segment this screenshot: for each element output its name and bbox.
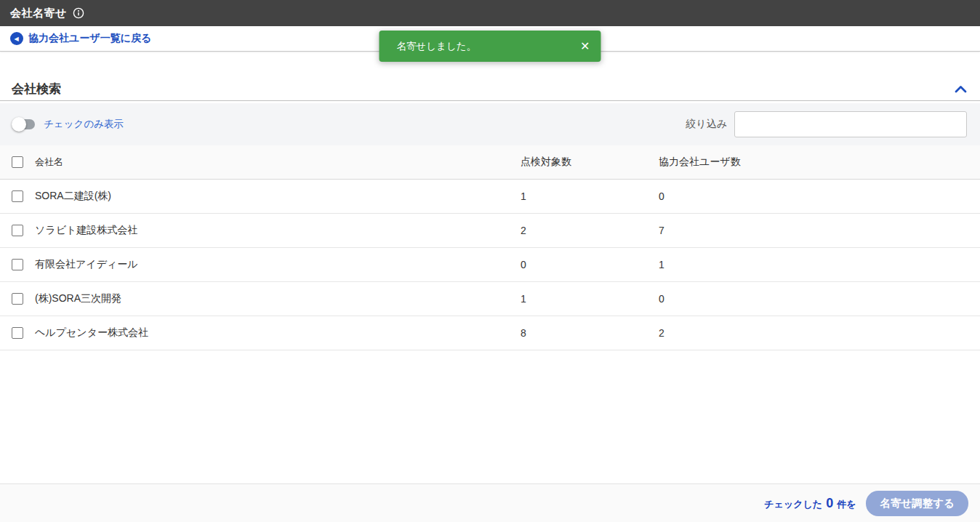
checked-prefix: チェックした: [764, 498, 822, 511]
partner-user-count: 0: [659, 190, 980, 202]
chevron-up-icon[interactable]: [953, 84, 968, 95]
table-row: ヘルプセンター株式会社 8 2: [0, 316, 980, 350]
app-header: 会社名寄せ: [0, 0, 980, 26]
inspection-count: 1: [521, 293, 659, 305]
checked-summary: チェックした 0 件を: [764, 496, 856, 511]
merge-adjust-button[interactable]: 名寄せ調整する: [866, 491, 968, 516]
inspection-count: 0: [521, 259, 659, 270]
table-row: SORA二建設(株) 1 0: [0, 180, 980, 214]
company-search-section-header: 会社検索: [0, 78, 980, 101]
toast-message: 名寄せしました。: [397, 40, 477, 53]
row-checkbox[interactable]: [12, 190, 23, 202]
row-checkbox[interactable]: [12, 225, 23, 236]
checked-only-toggle[interactable]: チェックのみ表示: [12, 117, 124, 132]
info-icon[interactable]: [73, 7, 84, 19]
back-to-partner-user-list-link[interactable]: ◀ 協力会社ユーザ一覧に戻る: [10, 32, 151, 45]
section-title: 会社検索: [12, 81, 61, 97]
back-arrow-icon: ◀: [10, 32, 23, 45]
company-name: SORA二建設(株): [35, 190, 521, 203]
table-row: (株)SORA三次開発 1 0: [0, 282, 980, 316]
column-header-company-name: 会社名: [35, 156, 521, 169]
footer-action-bar: チェックした 0 件を 名寄せ調整する: [0, 483, 980, 522]
partner-user-count: 1: [659, 259, 980, 270]
table-header-row: 会社名 点検対象数 協力会社ユーザ数: [0, 145, 980, 180]
checked-suffix: 件を: [837, 498, 856, 511]
company-name: (株)SORA三次開発: [35, 292, 521, 305]
checked-count: 0: [826, 496, 833, 511]
filter-group: 絞り込み: [686, 111, 967, 137]
table-row: ソラビト建設株式会社 2 7: [0, 214, 980, 248]
filter-input[interactable]: [734, 111, 967, 137]
company-table: 会社名 点検対象数 協力会社ユーザ数 SORA二建設(株) 1 0 ソラビト建設…: [0, 145, 980, 350]
select-all-checkbox[interactable]: [12, 156, 23, 168]
row-checkbox[interactable]: [12, 259, 23, 270]
inspection-count: 2: [521, 225, 659, 236]
inspection-count: 8: [521, 327, 659, 339]
partner-user-count: 7: [659, 225, 980, 236]
column-header-partner-user-count: 協力会社ユーザ数: [659, 156, 980, 169]
company-name: ソラビト建設株式会社: [35, 224, 521, 237]
partner-user-count: 0: [659, 293, 980, 305]
row-checkbox[interactable]: [12, 327, 23, 339]
table-row: 有限会社アイディール 0 1: [0, 248, 980, 282]
toggle-switch-icon: [12, 117, 36, 132]
page-title: 会社名寄せ: [10, 7, 67, 20]
filter-label: 絞り込み: [686, 118, 727, 131]
toast-close-icon[interactable]: ✕: [580, 41, 590, 52]
company-name: ヘルプセンター株式会社: [35, 326, 521, 340]
partner-user-count: 2: [659, 327, 980, 339]
back-link-label: 協力会社ユーザ一覧に戻る: [28, 32, 151, 45]
column-header-inspection-count: 点検対象数: [521, 156, 659, 169]
success-toast: 名寄せしました。 ✕: [379, 31, 601, 62]
toggle-label: チェックのみ表示: [44, 118, 124, 131]
row-checkbox[interactable]: [12, 293, 23, 305]
company-name: 有限会社アイディール: [35, 258, 521, 271]
filter-toolbar: チェックのみ表示 絞り込み: [0, 103, 980, 145]
inspection-count: 1: [521, 190, 659, 202]
